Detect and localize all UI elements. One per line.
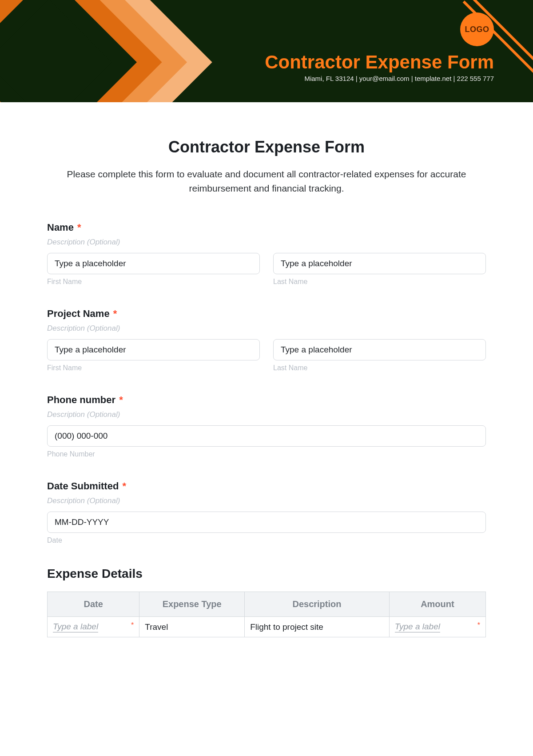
last-name-sublabel: Last Name <box>273 278 486 286</box>
logo-text: LOGO <box>465 25 489 34</box>
required-mark: * <box>119 394 123 405</box>
expense-section-title: Expense Details <box>47 567 486 581</box>
name-label: Name * <box>47 222 486 233</box>
date-hint: Description (Optional) <box>47 496 486 505</box>
th-desc: Description <box>245 592 390 617</box>
cell-amount[interactable]: Type a label * <box>389 617 485 637</box>
required-mark: * <box>131 622 134 629</box>
date-input[interactable] <box>47 512 486 533</box>
required-mark: * <box>477 622 480 629</box>
phone-label: Phone number * <box>47 394 486 406</box>
logo-badge: LOGO <box>460 12 494 46</box>
decorative-geometry <box>0 0 212 102</box>
required-mark: * <box>122 480 126 492</box>
th-type: Expense Type <box>139 592 245 617</box>
decorative-stripes <box>345 0 533 102</box>
project-first-sublabel: First Name <box>47 364 260 372</box>
table-row: Type a label * Travel Flight to project … <box>48 617 486 637</box>
expense-table: Date Expense Type Description Amount Typ… <box>47 592 486 637</box>
form-content: Contractor Expense Form Please complete … <box>0 102 533 655</box>
date-sublabel: Date <box>47 536 486 544</box>
field-name: Name * Description (Optional) First Name… <box>47 222 486 286</box>
th-date: Date <box>48 592 139 617</box>
project-first-input[interactable] <box>47 339 260 360</box>
first-name-input[interactable] <box>47 253 260 274</box>
project-last-input[interactable] <box>273 339 486 360</box>
cell-date[interactable]: Type a label * <box>48 617 139 637</box>
phone-sublabel: Phone Number <box>47 450 486 458</box>
required-mark: * <box>113 308 117 319</box>
date-cell-placeholder: Type a label <box>53 622 98 632</box>
project-label-text: Project Name <box>47 308 110 319</box>
project-hint: Description (Optional) <box>47 324 486 333</box>
phone-hint: Description (Optional) <box>47 410 486 419</box>
name-label-text: Name <box>47 222 74 233</box>
field-phone: Phone number * Description (Optional) Ph… <box>47 394 486 458</box>
last-name-input[interactable] <box>273 253 486 274</box>
amount-cell-placeholder: Type a label <box>395 622 440 632</box>
header-title: Contractor Expense Form <box>265 52 494 73</box>
name-hint: Description (Optional) <box>47 238 486 247</box>
form-description: Please complete this form to evaluate an… <box>47 167 486 195</box>
phone-label-text: Phone number <box>47 394 115 405</box>
first-name-sublabel: First Name <box>47 278 260 286</box>
date-label-text: Date Submitted <box>47 480 119 492</box>
cell-type[interactable]: Travel <box>139 617 245 637</box>
required-mark: * <box>77 222 81 233</box>
cell-desc[interactable]: Flight to project site <box>245 617 390 637</box>
form-title: Contractor Expense Form <box>47 138 486 156</box>
table-header-row: Date Expense Type Description Amount <box>48 592 486 617</box>
field-project: Project Name * Description (Optional) Fi… <box>47 308 486 372</box>
project-label: Project Name * <box>47 308 486 320</box>
phone-input[interactable] <box>47 425 486 447</box>
project-last-sublabel: Last Name <box>273 364 486 372</box>
field-date: Date Submitted * Description (Optional) … <box>47 480 486 544</box>
date-label: Date Submitted * <box>47 480 486 492</box>
header-subtitle: Miami, FL 33124 | your@email.com | templ… <box>304 75 494 82</box>
th-amount: Amount <box>389 592 485 617</box>
page-header: LOGO Contractor Expense Form Miami, FL 3… <box>0 0 533 102</box>
